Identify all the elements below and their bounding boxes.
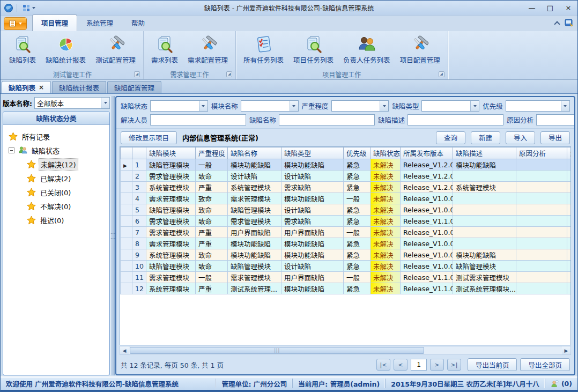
tree-item-缺陷状态[interactable]: 缺陷状态 (9, 143, 107, 157)
cell-解决方法[interactable] (567, 238, 572, 249)
ribbon-button-缺陷统计报表[interactable]: 缺陷统计报表 (41, 33, 90, 67)
tree-item-未解决(12)[interactable]: 未解决(12) (9, 157, 107, 171)
ribbon-tab-1[interactable]: 系统管理 (77, 14, 122, 31)
cell-优先级[interactable]: 一般 (344, 272, 370, 283)
cell-缺陷状态[interactable]: 未解决 (370, 159, 401, 171)
table-row[interactable]: ▶1缺陷管理模块一般模块功能缺陷模块功能缺陷紧急未解决Release_V1.2.… (121, 159, 572, 171)
table-row[interactable]: 9系统管理模块致命模块功能缺陷模块功能缺陷紧急未解决Release_V1.0.0… (121, 249, 572, 261)
cell-缺陷类型[interactable]: 需求缺陷 (281, 216, 344, 227)
splitter-handle[interactable]: ⋮⋮ (110, 96, 115, 375)
row-selector-cell[interactable] (121, 238, 132, 249)
cell-缺陷模块[interactable]: 需求管理模块 (146, 171, 196, 182)
cell-缺陷名称[interactable]: 缺陷管理模块 (228, 204, 281, 216)
cell-优先级[interactable]: 紧急 (344, 261, 370, 272)
cell-缺陷模块[interactable]: 系统管理模块 (146, 249, 196, 261)
app-menu-button[interactable] (4, 17, 27, 30)
cell-优先级[interactable]: 紧急 (344, 283, 370, 294)
cell-解决方法[interactable] (567, 171, 572, 182)
cell-优先级[interactable]: 紧急 (344, 216, 370, 227)
chevron-down-icon[interactable] (199, 101, 208, 111)
import-button[interactable]: 导入 (506, 131, 535, 144)
cell-解决方法[interactable] (567, 283, 572, 294)
chevron-down-icon[interactable] (380, 101, 388, 111)
row-selector-cell[interactable] (121, 216, 132, 227)
chevron-down-icon[interactable] (470, 101, 479, 111)
cell-严重程度[interactable]: 致命 (196, 171, 228, 182)
cell-解决方法[interactable] (567, 182, 572, 193)
cell-解决方法[interactable] (567, 272, 572, 283)
cell-原因分析[interactable] (516, 261, 567, 272)
cell-缺陷类型[interactable]: 设计缺陷 (281, 261, 344, 272)
ribbon-button-项目任务列表[interactable]: 项目任务列表 (289, 33, 338, 67)
cell-严重程度[interactable]: 致命 (196, 249, 228, 261)
cell-缺陷类型[interactable]: 需求缺陷 (281, 182, 344, 193)
ribbon-button-负责人任务列表[interactable]: 负责人任务列表 (339, 33, 395, 67)
cell-缺陷模块[interactable]: 需求管理模块 (146, 238, 196, 249)
cell-严重程度[interactable]: 致命 (196, 216, 228, 227)
cell-缺陷状态[interactable]: 未解决 (370, 216, 401, 227)
cell-缺陷名称[interactable]: 缺陷管理模块 (228, 261, 281, 272)
row-selector-cell[interactable] (121, 204, 132, 216)
dialog-launcher-icon[interactable]: ◢ (226, 71, 232, 77)
cell-缺陷模块[interactable]: 需求管理模块 (146, 216, 196, 227)
ribbon-button-缺陷列表[interactable]: 缺陷列表 (5, 33, 40, 67)
filter-combobox-缺陷状态[interactable] (150, 100, 208, 112)
row-selector-cell[interactable] (121, 261, 132, 272)
collapse-node-icon[interactable] (9, 147, 14, 153)
cell-缺陷名称[interactable]: 系统管理模块 (228, 182, 281, 193)
ribbon-button-测试配置管理[interactable]: 测试配置管理 (91, 33, 140, 67)
table-row[interactable]: 10缺陷管理模块致命缺陷管理模块设计缺陷紧急未解决Release_V1.0.0缺… (121, 261, 572, 272)
cell-优先级[interactable]: 紧急 (344, 159, 370, 171)
cell-严重程度[interactable]: 严重 (196, 283, 228, 294)
cell-缺陷模块[interactable]: 缺陷管理模块 (146, 159, 196, 171)
ribbon-button-项目配置管理[interactable]: 项目配置管理 (396, 33, 444, 67)
quick-access-toolbar-button[interactable] (20, 3, 38, 13)
tree-item-推迟(0)[interactable]: 推迟(0) (9, 213, 107, 227)
last-page-button[interactable]: >| (447, 359, 461, 371)
cell-所属发布版本[interactable]: Release_V1.1.0 (401, 283, 453, 294)
cell-缺陷状态[interactable]: 未解决 (370, 227, 401, 238)
ribbon-tab-0[interactable]: 项目管理 (32, 14, 77, 31)
page-number-input[interactable] (411, 359, 427, 371)
cell-缺陷状态[interactable]: 未解决 (370, 238, 401, 249)
cell-所属发布版本[interactable]: Release_V1.0.0 (401, 261, 453, 272)
filter-combobox-优先级[interactable] (506, 100, 570, 112)
cell-缺陷描述[interactable] (453, 227, 516, 238)
cell-优先级[interactable]: 紧急 (344, 171, 370, 182)
filter-input-原因分析[interactable] (536, 114, 575, 125)
table-row[interactable]: 12系统管理模块严重测试系统管理...模块功能缺陷紧急未解决Release_V1… (121, 283, 572, 294)
cell-解决方法[interactable] (567, 204, 572, 216)
table-row[interactable]: 11需求管理模块一般需求管理模块用户界面缺陷一般未解决Release_V1.1.… (121, 272, 572, 283)
cell-缺陷模块[interactable]: 需求管理模块 (146, 193, 196, 204)
cell-所属发布版本[interactable]: Release_V1.2.0 (401, 159, 453, 171)
collapse-ribbon-icon[interactable] (554, 21, 560, 27)
cell-严重程度[interactable]: 致命 (196, 204, 228, 216)
minimize-button[interactable]: — (523, 1, 541, 15)
table-row[interactable]: 8需求管理模块严重模块功能缺陷模块功能缺陷紧急未解决Release_V1.0.0 (121, 238, 572, 249)
row-selector-cell[interactable] (121, 249, 132, 261)
chevron-down-icon[interactable] (561, 101, 569, 111)
cell-缺陷类型[interactable]: 模块功能缺陷 (281, 283, 344, 294)
cell-缺陷名称[interactable]: 需求管理模块 (228, 193, 281, 204)
row-selector-cell[interactable] (121, 182, 132, 193)
cell-缺陷名称[interactable]: 需求管理模块 (228, 272, 281, 283)
close-tab-icon[interactable]: × (39, 84, 44, 91)
prev-page-button[interactable]: < (394, 359, 407, 371)
ribbon-button-需求配置管理[interactable]: 需求配置管理 (183, 33, 232, 67)
cell-缺陷类型[interactable]: 模块功能缺陷 (281, 193, 344, 204)
cell-缺陷描述[interactable] (453, 238, 516, 249)
cell-缺陷状态[interactable]: 未解决 (370, 182, 401, 193)
cell-缺陷类型[interactable]: 模块功能缺陷 (281, 238, 344, 249)
cell-所属发布版本[interactable]: Release_V1.0.0 (401, 227, 453, 238)
cell-缺陷描述[interactable]: 测试系统管理模块... (453, 283, 516, 294)
close-button[interactable]: × (559, 1, 577, 15)
export-all-pages-button[interactable]: 导出全部页 (520, 358, 570, 371)
cell-严重程度[interactable]: 一般 (196, 272, 228, 283)
column-header-缺陷名称[interactable]: 缺陷名称 (228, 147, 281, 159)
document-tab-0[interactable]: 缺陷列表× (2, 81, 51, 93)
cell-原因分析[interactable] (516, 182, 567, 193)
new-button[interactable]: 新建 (471, 131, 500, 144)
cell-缺陷描述[interactable] (453, 193, 516, 204)
cell-严重程度[interactable]: 一般 (196, 159, 228, 171)
cell-优先级[interactable]: 一般 (344, 193, 370, 204)
